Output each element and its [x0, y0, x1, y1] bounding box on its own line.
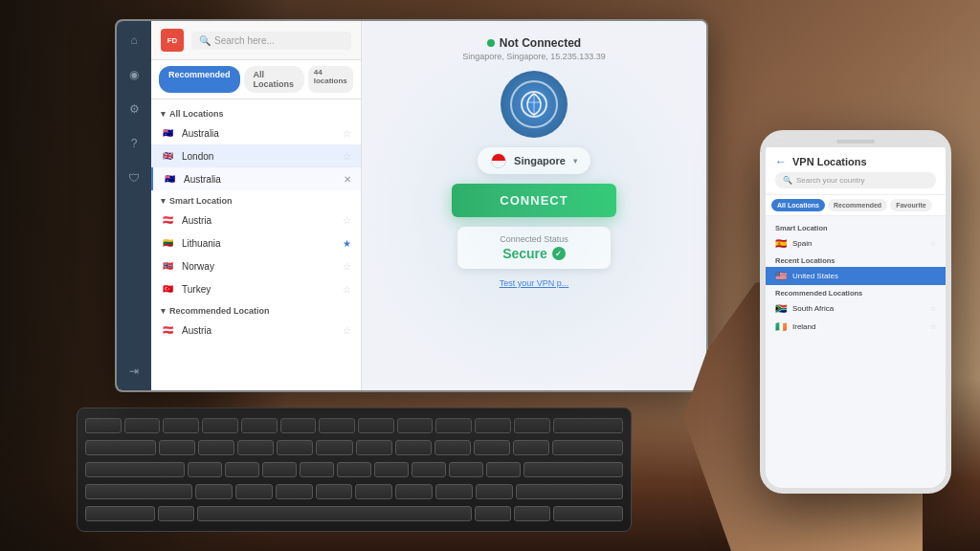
star-icon[interactable]: ☆ [930, 323, 936, 331]
phone-list-item[interactable]: 🇮🇪 Ireland ☆ [766, 318, 946, 336]
key [158, 506, 194, 521]
phone-device: ← VPN Locations 🔍 Search your country Al… [760, 130, 951, 494]
star-icon[interactable]: ☆ [343, 261, 351, 272]
key [434, 440, 471, 455]
phone-header: ← VPN Locations 🔍 Search your country [766, 147, 946, 195]
key [198, 440, 234, 455]
vpn-main-panel: Not Connected Singapore, Singapore, 15.2… [362, 21, 706, 390]
phone-search-box[interactable]: 🔍 Search your country [775, 172, 936, 188]
location-name: London [182, 151, 335, 162]
search-box[interactable]: 🔍 Search here... [191, 32, 351, 50]
location-name: Norway [182, 261, 335, 272]
phone-tab-bar: All Locations Recommended Favourite [766, 195, 946, 216]
chevron-icon: ▾ [161, 306, 166, 316]
key [85, 484, 192, 499]
key [319, 418, 355, 433]
logout-icon[interactable]: ⇥ [122, 360, 145, 383]
vpn-logo-inner [510, 80, 558, 128]
back-icon[interactable]: ← [775, 155, 787, 168]
list-item[interactable]: 🇦🇹 Austria ☆ [151, 209, 361, 231]
phone-list-item[interactable]: 🇿🇦 South Africa ☆ [766, 299, 946, 318]
close-icon[interactable]: ✕ [344, 174, 351, 185]
phone-notch [766, 136, 946, 147]
chevron-icon: ▾ [161, 196, 166, 206]
star-icon[interactable]: ☆ [343, 215, 351, 226]
flag-ireland: 🇮🇪 [775, 321, 787, 332]
section-label: Recommended Location [169, 306, 270, 316]
location-name: Ireland [792, 322, 815, 331]
phone-tab-recommended[interactable]: Recommended [828, 199, 887, 211]
location-list: ▾ All Locations 🇦🇺 Australia ☆ 🇬🇧 London… [151, 99, 361, 390]
flag-turkey: 🇹🇷 [161, 282, 174, 296]
key [235, 484, 273, 499]
flag-australia-1: 🇦🇺 [161, 126, 174, 140]
phone-tab-favourite[interactable]: Favourite [890, 199, 932, 211]
laptop-keyboard [77, 408, 632, 532]
key [188, 462, 222, 477]
list-item[interactable]: 🇹🇷 Turkey ☆ [151, 277, 361, 300]
star-icon[interactable]: ☆ [930, 240, 936, 248]
key [553, 418, 623, 433]
list-item[interactable]: 🇦🇺 Australia ☆ [151, 121, 361, 144]
search-result-item[interactable]: 🇦🇺 Australia ✕ [151, 167, 361, 190]
list-item[interactable]: 🇳🇴 Norway ☆ [151, 254, 361, 277]
key [374, 462, 409, 477]
location-name: Austria [182, 215, 335, 226]
list-item-selected[interactable]: 🇬🇧 London ☆ [151, 144, 361, 167]
key [513, 440, 549, 455]
key [85, 506, 155, 521]
star-icon-active[interactable]: ★ [343, 238, 351, 249]
key [516, 484, 623, 499]
phone-list-item[interactable]: 🇪🇸 Spain ☆ [766, 234, 946, 253]
key [225, 462, 259, 477]
settings-icon[interactable]: ⚙ [122, 98, 145, 121]
key [514, 418, 550, 433]
laptop-screen: ⌂ ◉ ⚙ ? 🛡 ⇥ FD 🔍 Search here... Recommen… [115, 19, 708, 392]
flag-us: 🇺🇸 [775, 271, 787, 281]
flag-austria: 🇦🇹 [161, 213, 174, 227]
star-icon-active[interactable]: ★ [930, 273, 936, 280]
shield-icon[interactable]: 🛡 [122, 166, 145, 189]
key [475, 506, 511, 521]
help-icon[interactable]: ? [122, 132, 145, 155]
key [553, 506, 623, 521]
home-icon[interactable]: ⌂ [122, 29, 145, 52]
list-item[interactable]: 🇱🇹 Lithuania ★ [151, 231, 361, 254]
phone-section-recent: Recent Locations [766, 253, 946, 267]
section-header-all-locations: ▾ All Locations [151, 103, 361, 121]
phone-tab-all[interactable]: All Locations [771, 199, 825, 211]
chevron-icon: ▾ [161, 109, 166, 119]
all-locations-tab[interactable]: All Locations [244, 66, 304, 93]
key [316, 440, 352, 455]
key [85, 462, 185, 477]
key [474, 440, 510, 455]
key [195, 484, 233, 499]
key [412, 462, 446, 477]
star-icon[interactable]: ☆ [343, 151, 351, 162]
flag-spain: 🇪🇸 [775, 238, 787, 249]
flag-australia-2: 🇦🇺 [163, 172, 176, 186]
key [280, 418, 317, 433]
sidebar-header: FD 🔍 Search here... [151, 21, 361, 60]
key [356, 440, 392, 455]
key [316, 484, 353, 499]
key [355, 484, 392, 499]
star-icon[interactable]: ☆ [343, 284, 351, 295]
star-icon[interactable]: ☆ [930, 305, 936, 313]
phone-list-item-highlighted[interactable]: 🇺🇸 United States ★ [766, 267, 946, 285]
globe-icon[interactable]: ◉ [122, 63, 145, 86]
key [262, 462, 297, 477]
star-icon[interactable]: ☆ [343, 128, 351, 139]
sidebar-nav-icons: ⌂ ◉ ⚙ ? 🛡 ⇥ [117, 21, 151, 390]
search-icon: 🔍 [199, 35, 211, 46]
key [358, 418, 394, 433]
key [237, 440, 274, 455]
recommended-tab[interactable]: Recommended [159, 66, 240, 93]
key [163, 418, 199, 433]
flag-lithuania: 🇱🇹 [161, 236, 174, 250]
list-item[interactable]: 🇦🇹 Austria ☆ [151, 319, 361, 342]
star-icon[interactable]: ☆ [343, 325, 351, 336]
key [395, 440, 432, 455]
phone-search-placeholder: Search your country [796, 176, 865, 185]
flag-austria-rec: 🇦🇹 [161, 323, 174, 337]
